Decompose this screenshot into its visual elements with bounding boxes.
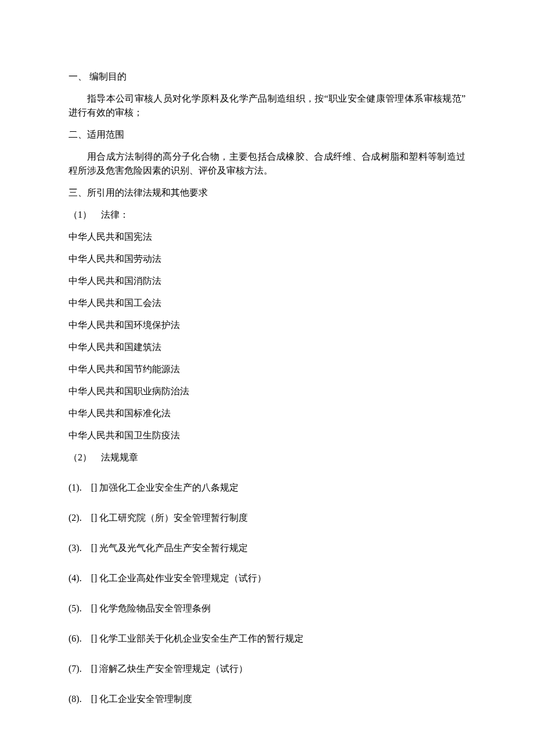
- section-1-heading: 一、 编制目的: [68, 70, 466, 84]
- law-item: 中华人民共和国消防法: [68, 274, 466, 288]
- section-2-heading: 二、适用范围: [68, 128, 466, 142]
- regulation-item: (7). [] 溶解乙炔生产安全管理规定（试行）: [68, 662, 466, 676]
- law-item: 中华人民共和国宪法: [68, 230, 466, 244]
- law-item: 中华人民共和国环境保护法: [68, 318, 466, 332]
- section-3-heading: 三、所引用的法律法规和其他要求: [68, 186, 466, 200]
- subsection-1-heading: （1） 法律：: [68, 208, 466, 222]
- law-item: 中华人民共和国卫生防疫法: [68, 429, 466, 442]
- spacer: [68, 473, 466, 481]
- law-item: 中华人民共和国劳动法: [68, 252, 466, 266]
- section-1-paragraph: 指导本公司审核人员对化学原料及化学产品制造组织，按“职业安全健康管理体系审核规范…: [68, 92, 466, 120]
- regulation-item: (6). [] 化学工业部关于化机企业安全生产工作的暂行规定: [68, 632, 466, 646]
- regulation-item: (4). [] 化工企业高处作业安全管理规定（试行）: [68, 571, 466, 585]
- regulation-item: (3). [] 光气及光气化产品生产安全暂行规定: [68, 541, 466, 555]
- regulation-item: (2). [] 化工研究院（所）安全管理暂行制度: [68, 511, 466, 525]
- law-item: 中华人民共和国节约能源法: [68, 362, 466, 376]
- law-item: 中华人民共和国职业病防治法: [68, 384, 466, 398]
- law-item: 中华人民共和国建筑法: [68, 340, 466, 354]
- law-item: 中华人民共和国标准化法: [68, 406, 466, 420]
- section-2-paragraph: 用合成方法制得的高分子化合物，主要包括合成橡胶、合成纤维、合成树脂和塑料等制造过…: [68, 150, 466, 178]
- law-item: 中华人民共和国工会法: [68, 296, 466, 310]
- regulation-item: (1). [] 加强化工企业安全生产的八条规定: [68, 481, 466, 495]
- subsection-2-heading: （2） 法规规章: [68, 451, 466, 465]
- regulation-item: (5). [] 化学危险物品安全管理条例: [68, 602, 466, 615]
- regulation-item: (8). [] 化工企业安全管理制度: [68, 692, 466, 706]
